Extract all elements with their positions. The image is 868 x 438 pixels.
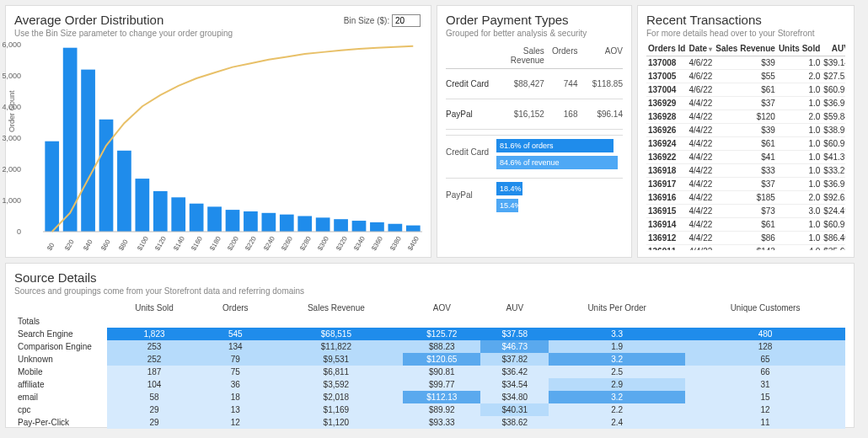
cell-revenue: $1,120 xyxy=(270,416,404,429)
cell-auv: $24.49 xyxy=(822,205,845,218)
cell-id: 136924 xyxy=(646,137,687,151)
cell-orders: 134 xyxy=(201,340,270,353)
cell-revenue: $86 xyxy=(714,232,777,245)
histogram-bar xyxy=(117,151,131,232)
x-tick: $200 xyxy=(226,235,240,252)
payment-name: PayPal xyxy=(446,106,499,122)
cell-revenue: $61 xyxy=(714,83,777,97)
panel-title: Source Details xyxy=(14,270,845,285)
col-sales-revenue[interactable]: Sales Revenue xyxy=(499,43,544,68)
panel-title: Recent Transactions xyxy=(646,13,845,27)
cell-id: 137005 xyxy=(646,70,687,83)
order-payment-types-panel: Order Payment Types Grouped for better a… xyxy=(437,5,632,258)
cell-auv: $37.58 xyxy=(480,328,549,340)
cell-date: 4/4/22 xyxy=(687,164,714,178)
orders-share-bar: 81.6% of orders xyxy=(496,139,613,152)
x-tick: $220 xyxy=(244,235,259,252)
table-row[interactable]: email5818$2,018$112.13$34.803.215 xyxy=(14,391,845,403)
cell-units: 2.0 xyxy=(777,70,822,83)
payment-row[interactable]: Credit Card$88,427744$118.85 xyxy=(446,69,623,99)
transactions-scroll[interactable]: Orders Id Date▾ Sales Revenue Units Sold… xyxy=(646,41,845,250)
revenue-share-bar: 84.6% of revenue xyxy=(496,156,618,169)
cell-auv: $33.29 xyxy=(822,164,845,178)
table-row[interactable]: 1370054/6/22$552.0$27.52 xyxy=(646,70,845,83)
source-col-header[interactable]: Units Per Order xyxy=(549,301,685,315)
col-aov[interactable]: AOV xyxy=(578,43,623,68)
table-row[interactable]: 1369164/4/22$1852.0$92.62 xyxy=(646,191,845,205)
col-orders-id[interactable]: Orders Id xyxy=(646,41,687,56)
source-col-header[interactable]: Units Sold xyxy=(107,301,201,315)
table-row[interactable]: Comparison Engine253134$11,822$88.23$46.… xyxy=(14,340,845,353)
panel-subtitle: Use the Bin Size parameter to change you… xyxy=(14,29,422,38)
source-col-header[interactable]: AOV xyxy=(403,301,480,315)
table-row[interactable]: Search Engine1,823545$68,515$125.72$37.5… xyxy=(14,328,845,340)
col-sales-revenue[interactable]: Sales Revenue xyxy=(714,41,777,56)
cell-auv: $36.99 xyxy=(822,178,845,191)
cell-aov: $99.77 xyxy=(403,378,480,391)
table-row[interactable]: 1370084/6/22$391.0$39.14 xyxy=(646,56,845,70)
table-row[interactable]: 1369114/4/22$1434.0$35.69 xyxy=(646,245,845,251)
cell-date: 4/4/22 xyxy=(687,232,714,245)
col-units-sold[interactable]: Units Sold xyxy=(777,41,822,56)
cell-unique-customers: 480 xyxy=(685,328,845,340)
table-row[interactable]: Mobile18775$6,811$90.81$36.422.566 xyxy=(14,366,845,378)
cell-units: 1.0 xyxy=(777,97,822,110)
table-row[interactable]: 1369224/4/22$411.0$41.39 xyxy=(646,151,845,164)
col-date[interactable]: Date▾ xyxy=(687,41,714,56)
histogram-bar xyxy=(136,179,150,232)
x-tick: $240 xyxy=(262,235,276,252)
table-row[interactable]: 1369284/4/22$1202.0$59.84 xyxy=(646,110,845,124)
cell-units: 1.0 xyxy=(777,164,822,178)
x-tick: $160 xyxy=(190,235,204,252)
cell-date: 4/4/22 xyxy=(687,218,714,232)
payment-row[interactable]: PayPal$16,152168$96.14 xyxy=(446,99,623,130)
cell-revenue: $185 xyxy=(714,191,777,205)
cell-revenue: $3,592 xyxy=(270,378,404,391)
table-row[interactable]: 1369144/4/22$611.0$60.99 xyxy=(646,218,845,232)
table-row[interactable]: 1370044/6/22$611.0$60.99 xyxy=(646,83,845,97)
table-row[interactable]: Unknown25279$9,531$120.65$37.823.265 xyxy=(14,353,845,366)
cell-revenue: $33 xyxy=(714,164,777,178)
cell-auv: $39.14 xyxy=(822,56,845,70)
cell-id: 136914 xyxy=(646,218,687,232)
col-auv[interactable]: AUV xyxy=(822,41,845,56)
source-col-header[interactable]: Sales Revenue xyxy=(270,301,404,315)
histogram-bar xyxy=(388,224,403,232)
source-col-header[interactable]: Orders xyxy=(201,301,270,315)
source-col-header[interactable]: AUV xyxy=(480,301,549,315)
table-row[interactable]: affiliate10436$3,592$99.77$34.542.931 xyxy=(14,378,845,391)
panel-title: Order Payment Types xyxy=(446,13,623,27)
cell-auv: $59.84 xyxy=(822,110,845,124)
table-row[interactable]: 1369294/4/22$371.0$36.99 xyxy=(646,97,845,110)
table-row[interactable]: 1369264/4/22$391.0$38.99 xyxy=(646,124,845,137)
cell-id: 136915 xyxy=(646,205,687,218)
y-tick: 1,000 xyxy=(2,196,21,205)
table-row[interactable]: 1369184/4/22$331.0$33.29 xyxy=(646,164,845,178)
source-col-header[interactable]: Unique Customers xyxy=(685,301,845,315)
source-col-header[interactable] xyxy=(14,301,107,315)
cell-revenue: $37 xyxy=(714,97,777,110)
cell-revenue: $61 xyxy=(714,218,777,232)
table-row[interactable]: Pay-Per-Click2912$1,120$93.33$38.622.411 xyxy=(14,416,845,429)
panel-subtitle: Sources and groupings come from your Sto… xyxy=(14,286,845,296)
histogram-bar xyxy=(280,215,294,232)
table-row[interactable]: 1369174/4/22$371.0$36.99 xyxy=(646,178,845,191)
bin-size-input[interactable] xyxy=(392,14,421,27)
payment-name: Credit Card xyxy=(446,76,499,92)
table-row[interactable]: 1369244/4/22$611.0$60.99 xyxy=(646,137,845,151)
panel-subtitle: For more details head over to your Store… xyxy=(646,29,845,38)
panel-subtitle: Grouped for better analysis & security xyxy=(446,29,623,38)
table-row[interactable]: 1369124/4/22$861.0$86.40 xyxy=(646,232,845,245)
cell-aov: $89.92 xyxy=(403,403,480,416)
source-details-table: Units SoldOrdersSales RevenueAOVAUVUnits… xyxy=(14,301,845,429)
cell-revenue: $73 xyxy=(714,205,777,218)
table-row[interactable]: 1369154/4/22$733.0$24.49 xyxy=(646,205,845,218)
cell-id: 136918 xyxy=(646,164,687,178)
table-row[interactable]: cpc2913$1,169$89.92$40.312.212 xyxy=(14,403,845,416)
y-tick: 2,000 xyxy=(2,165,21,174)
y-axis-label: Order Count xyxy=(8,90,16,132)
cell-units: 1.0 xyxy=(777,83,822,97)
col-orders[interactable]: Orders xyxy=(544,43,578,68)
x-tick: $300 xyxy=(316,235,330,252)
cell-units: 29 xyxy=(107,416,201,429)
